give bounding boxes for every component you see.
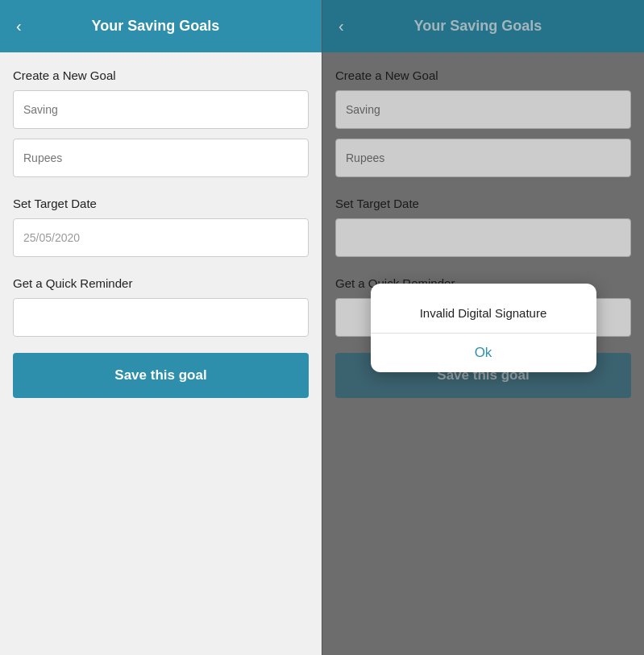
dialog: Invalid Digital Signature Ok: [371, 284, 596, 372]
right-panel: ‹ Your Saving Goals Create a New Goal Se…: [322, 0, 644, 655]
left-saving-input[interactable]: [13, 90, 309, 129]
left-reminder-label: Get a Quick Reminder: [13, 276, 309, 290]
dialog-message: Invalid Digital Signature: [371, 284, 596, 333]
left-header: ‹ Your Saving Goals: [0, 0, 322, 52]
left-rupees-input[interactable]: [13, 139, 309, 177]
left-target-date-label: Set Target Date: [13, 197, 309, 210]
left-date-input[interactable]: [13, 218, 309, 257]
dialog-overlay: Invalid Digital Signature Ok: [322, 0, 644, 655]
left-back-button[interactable]: ‹: [13, 14, 25, 39]
left-panel: ‹ Your Saving Goals Create a New Goal Se…: [0, 0, 322, 655]
dialog-ok-button[interactable]: Ok: [371, 334, 596, 372]
left-save-button[interactable]: Save this goal: [13, 353, 309, 398]
left-header-title: Your Saving Goals: [38, 18, 273, 35]
left-content: Create a New Goal Set Target Date Get a …: [0, 52, 322, 655]
left-create-label: Create a New Goal: [13, 68, 309, 82]
left-reminder-input[interactable]: [13, 298, 309, 337]
